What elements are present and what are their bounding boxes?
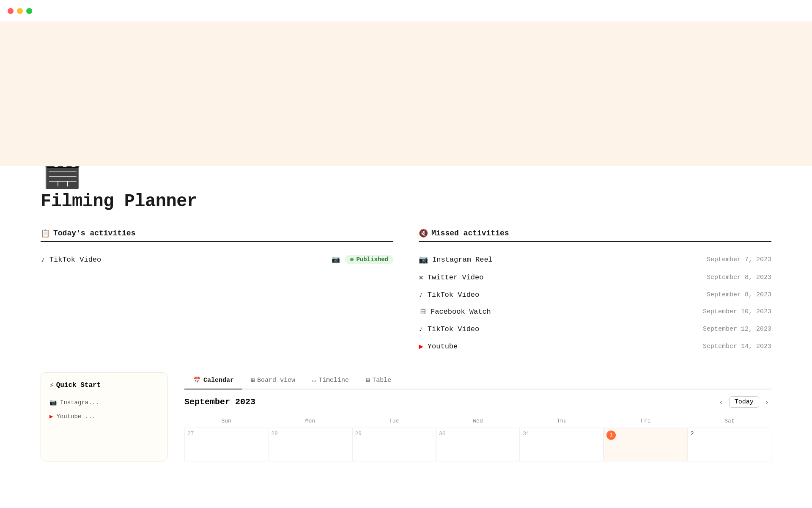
tab-calendar[interactable]: 📅 Calendar [184,372,242,389]
missed-left-3: 🖥 Facebook Watch [419,307,491,316]
quick-start-title: ⚡ Quick Start [49,381,159,389]
today-activity-left: ♪ TikTok Video [41,255,101,264]
titlebar [0,0,812,22]
day-header-thu: Thu [520,414,604,428]
tab-board-view[interactable]: ⊞ Board view [242,372,304,389]
cal-cell-29[interactable]: 29 [352,428,436,461]
missed-row-3[interactable]: 🖥 Facebook Watch September 10, 2023 [419,303,771,320]
today-button[interactable]: Today [729,396,759,408]
missed-left-1: ✕ Twitter Video [419,273,483,282]
qs-youtube-icon: ▶ [49,413,53,420]
cal-cell-31[interactable]: 31 [520,428,604,461]
hero-banner [0,22,812,166]
page-content: 🎬 Filming Planner 📋 Today's activities ♪… [0,153,812,461]
status-dot [350,258,354,261]
missed-left-2: ♪ TikTok Video [419,290,479,299]
tiktok-icon-2: ♪ [419,290,423,299]
close-button[interactable] [8,8,14,14]
qs-item-1[interactable]: ▶ Youtube ... [49,409,159,423]
missed-row-0[interactable]: 📷 Instagram Reel September 7, 2023 [419,251,771,268]
missed-icon: 🔇 [419,229,428,238]
calendar-month-label: September 2023 [184,397,255,407]
calendar-tab-icon: 📅 [193,376,201,384]
today-activities-panel: 📋 Today's activities ♪ TikTok Video 📷 Pu… [41,229,393,355]
qs-instagram-icon: 📷 [49,399,57,406]
facebook-icon-3: 🖥 [419,307,426,316]
timeline-tab-icon: ▭ [312,376,316,384]
twitter-icon-1: ✕ [419,273,423,282]
activities-section: 📋 Today's activities ♪ TikTok Video 📷 Pu… [41,229,771,355]
instagram-icon-0: 📷 [419,255,428,264]
missed-left-0: 📷 Instagram Reel [419,255,493,264]
missed-row-5[interactable]: ▶ Youtube September 14, 2023 [419,337,771,355]
calendar-tabs: 📅 Calendar ⊞ Board view ▭ Timeline ⊟ Tab… [184,372,771,389]
tab-table[interactable]: ⊟ Table [357,372,400,389]
missed-row-4[interactable]: ♪ TikTok Video September 12, 2023 [419,320,771,337]
day-header-sun: Sun [184,414,268,428]
calendar-section: 📅 Calendar ⊞ Board view ▭ Timeline ⊟ Tab… [184,372,771,461]
day-header-wed: Wed [436,414,520,428]
cal-cell-30[interactable]: 30 [436,428,520,461]
today-activities-header: 📋 Today's activities [41,229,393,242]
missed-row-2[interactable]: ♪ TikTok Video September 8, 2023 [419,286,771,303]
missed-row-1[interactable]: ✕ Twitter Video September 8, 2023 [419,268,771,286]
camera-icon: 📷 [332,255,340,264]
cal-cell-sep1[interactable]: 1 [604,428,687,461]
next-month-button[interactable]: › [763,397,771,408]
minimize-button[interactable] [17,8,23,14]
tiktok-icon: ♪ [41,255,45,264]
status-badge: Published [345,255,393,264]
day-header-mon: Mon [268,414,352,428]
bottom-section: ⚡ Quick Start 📷 Instagra... ▶ Youtube ..… [41,372,771,461]
missed-activities-panel: 🔇 Missed activities 📷 Instagram Reel Sep… [419,229,771,355]
prev-month-button[interactable]: ‹ [716,397,725,408]
board-tab-icon: ⊞ [251,376,255,384]
cal-cell-28[interactable]: 28 [268,428,352,461]
calendar-header: September 2023 ‹ Today › [184,396,771,408]
table-tab-icon: ⊟ [366,376,370,384]
today-date-indicator: 1 [606,431,616,440]
today-activity-row[interactable]: ♪ TikTok Video 📷 Published [41,251,393,268]
calendar-nav: ‹ Today › [716,396,771,408]
day-header-tue: Tue [352,414,436,428]
missed-left-4: ♪ TikTok Video [419,325,479,333]
tab-timeline[interactable]: ▭ Timeline [304,372,357,389]
calendar-grid: Sun Mon Tue Wed Thu Fri Sat 27 28 29 30 [184,414,771,461]
today-activity-right: 📷 Published [332,255,393,264]
tiktok-icon-4: ♪ [419,325,423,333]
lightning-icon: ⚡ [49,381,54,389]
qs-item-0[interactable]: 📷 Instagra... [49,395,159,409]
today-activity-name: TikTok Video [49,256,101,264]
day-header-fri: Fri [604,414,687,428]
youtube-icon-5: ▶ [419,342,423,351]
today-icon: 📋 [41,229,50,238]
maximize-button[interactable] [26,8,32,14]
quick-start-card: ⚡ Quick Start 📷 Instagra... ▶ Youtube ..… [41,372,167,461]
missed-left-5: ▶ Youtube [419,342,458,351]
page-title: Filming Planner [41,191,771,212]
cal-cell-sep2[interactable]: 2 [688,428,771,461]
missed-activities-header: 🔇 Missed activities [419,229,771,242]
day-header-sat: Sat [688,414,771,428]
cal-cell-27[interactable]: 27 [184,428,268,461]
